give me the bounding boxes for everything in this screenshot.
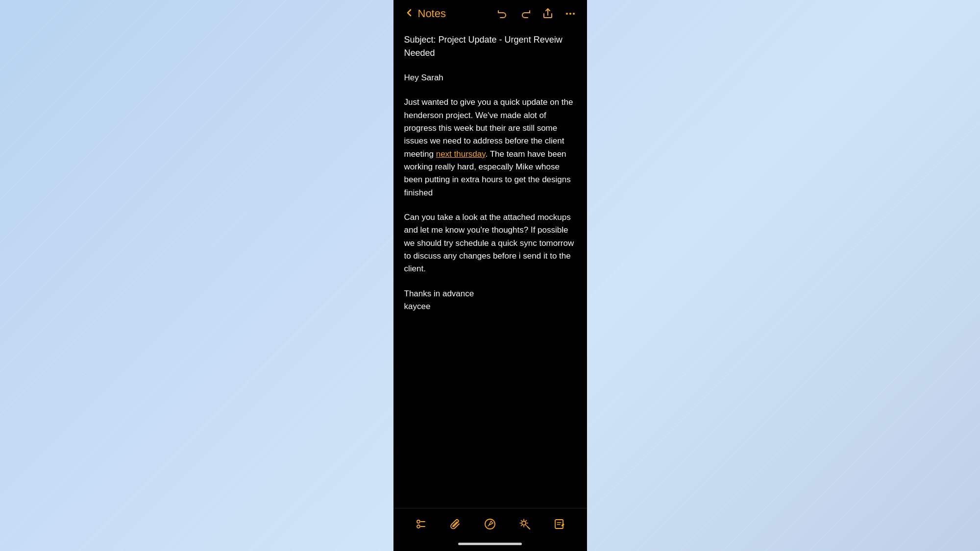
signature-text: kaycee: [404, 300, 576, 313]
notes-title[interactable]: Notes: [418, 7, 446, 20]
bottom-toolbar: [393, 508, 587, 539]
phone-screen: Notes: [393, 0, 587, 551]
home-bar: [458, 543, 522, 545]
redo-icon[interactable]: [518, 7, 532, 21]
more-icon[interactable]: [564, 7, 577, 21]
svg-point-9: [522, 521, 526, 525]
svg-point-5: [417, 525, 420, 528]
svg-point-1: [566, 13, 568, 15]
svg-point-8: [485, 519, 495, 529]
checklist-icon[interactable]: [411, 514, 430, 534]
svg-rect-11: [555, 520, 563, 528]
settings-icon[interactable]: [515, 514, 535, 534]
attachment-icon[interactable]: [445, 514, 465, 534]
nav-left: Notes: [403, 7, 446, 21]
compose-icon[interactable]: [550, 514, 569, 534]
note-content-area[interactable]: Subject: Project Update - Urgent Reveiw …: [393, 25, 587, 508]
note-greeting: Hey Sarah: [404, 72, 576, 84]
closing-text: Thanks in advance: [404, 287, 576, 300]
nav-right: [496, 7, 577, 21]
svg-point-4: [417, 520, 420, 523]
undo-icon[interactable]: [496, 7, 510, 21]
note-paragraph-2: Can you take a look at the attached mock…: [404, 211, 576, 276]
note-subject: Subject: Project Update - Urgent Reveiw …: [404, 33, 576, 60]
note-paragraph-1: Just wanted to give you a quick update o…: [404, 96, 576, 199]
svg-line-10: [527, 527, 530, 529]
note-closing: Thanks in advance kaycee: [404, 287, 576, 313]
next-thursday-link[interactable]: next thursday: [436, 149, 486, 159]
back-chevron-icon[interactable]: [403, 7, 415, 21]
home-indicator: [393, 539, 587, 551]
svg-point-3: [573, 13, 575, 15]
navigation-bar: Notes: [393, 0, 587, 25]
svg-point-2: [569, 13, 571, 15]
markup-icon[interactable]: [480, 514, 500, 534]
share-icon[interactable]: [541, 7, 555, 21]
